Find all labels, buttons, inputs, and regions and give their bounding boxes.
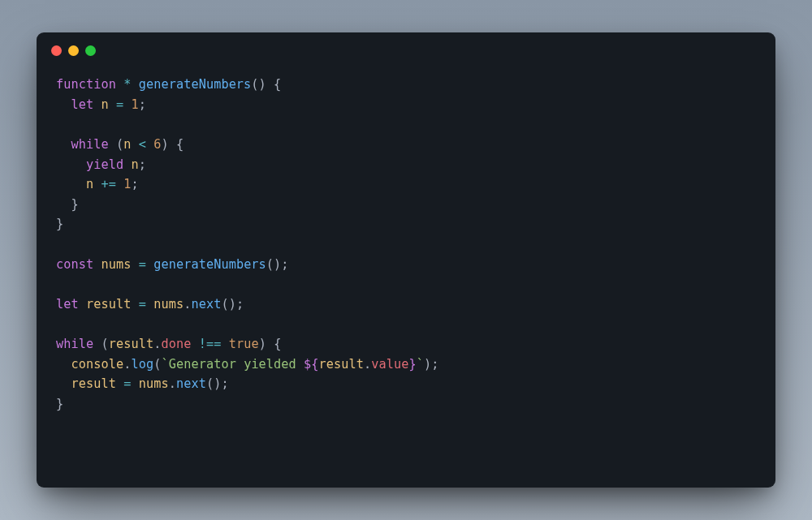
code-token: function (56, 77, 116, 92)
window-titlebar (37, 32, 775, 68)
code-token: ; (139, 97, 146, 112)
code-line: } (56, 214, 756, 234)
code-line (56, 234, 756, 255)
code-token (221, 337, 228, 351)
code-line: const nums = generateNumbers(); (56, 255, 756, 275)
code-token: } (409, 357, 417, 372)
code-token: { (274, 337, 281, 351)
code-token: `Generator yielded (161, 357, 304, 372)
code-line: yield n; (56, 155, 756, 175)
zoom-icon[interactable] (85, 45, 96, 56)
code-token: () (251, 77, 266, 92)
code-token: { (274, 77, 281, 92)
close-icon[interactable] (51, 45, 62, 56)
code-token: . (169, 376, 176, 391)
code-token: ) (161, 137, 176, 152)
code-token: const (56, 257, 93, 272)
code-line: let n = 1; (56, 95, 756, 115)
code-token (56, 376, 71, 391)
code-token: n (131, 157, 138, 172)
code-token: n (86, 177, 93, 191)
code-token (131, 137, 138, 152)
code-token: let (71, 97, 94, 112)
code-token: . (364, 357, 371, 372)
code-token (146, 137, 153, 152)
code-token: (); (266, 257, 289, 272)
code-token (131, 297, 138, 312)
code-token (131, 376, 138, 391)
code-token (146, 257, 153, 272)
code-token: log (131, 357, 153, 372)
code-token: result (109, 337, 153, 351)
code-line: result = nums.next(); (56, 374, 756, 394)
code-token: result (86, 297, 131, 312)
code-token (56, 157, 86, 172)
code-line: function * generateNumbers() { (56, 75, 756, 95)
editor-window: function * generateNumbers() { let n = 1… (37, 32, 775, 488)
code-token: nums (139, 376, 169, 391)
code-token (56, 137, 71, 152)
code-token (131, 77, 138, 92)
code-token: } (56, 217, 63, 231)
code-token (56, 177, 86, 191)
code-token: ${ (304, 357, 319, 372)
code-token: next (176, 376, 206, 391)
code-line: console.log(`Generator yielded ${result.… (56, 355, 756, 375)
code-token: generateNumbers (153, 257, 266, 272)
code-token: ( (93, 337, 109, 351)
code-token (79, 297, 86, 312)
code-token: nums (153, 297, 184, 312)
code-token (116, 177, 123, 191)
code-token: (); (206, 376, 229, 391)
code-line: let result = nums.next(); (56, 294, 756, 315)
code-token (116, 376, 123, 391)
code-token: } (56, 397, 63, 411)
code-token: yield (86, 157, 123, 172)
code-token (56, 97, 71, 112)
code-token: ); (424, 357, 439, 372)
code-line: } (56, 195, 756, 215)
code-token: (); (221, 297, 244, 312)
code-area[interactable]: function * generateNumbers() { let n = 1… (37, 68, 775, 488)
code-line (56, 274, 756, 294)
code-token: = (139, 297, 146, 312)
code-token: } (71, 197, 79, 212)
code-token: generateNumbers (139, 77, 252, 92)
code-token: = (139, 257, 146, 272)
code-token (56, 197, 71, 212)
code-token (56, 357, 71, 372)
code-token: nums (101, 257, 131, 272)
code-token: console (71, 357, 124, 372)
code-line: } (56, 394, 756, 415)
minimize-icon[interactable] (68, 45, 79, 56)
code-line: n += 1; (56, 174, 756, 195)
code-token (109, 97, 116, 112)
code-token (131, 257, 138, 272)
code-line: while (n < 6) { (56, 135, 756, 155)
code-token: !== (199, 337, 222, 351)
code-token: result (71, 376, 116, 391)
code-line (56, 114, 756, 135)
code-token: = (116, 97, 123, 112)
code-token: ; (131, 177, 138, 191)
code-token: done (161, 337, 191, 351)
code-token: value (371, 357, 408, 372)
code-token (146, 297, 153, 312)
code-token: ) (259, 337, 274, 351)
code-token: ; (139, 157, 146, 172)
code-token: n (101, 97, 108, 112)
code-token: while (56, 337, 93, 351)
code-token: { (176, 137, 184, 152)
code-token: while (71, 137, 109, 152)
code-token: ( (109, 137, 124, 152)
code-token: next (191, 297, 221, 312)
code-token (116, 77, 123, 92)
code-line: while (result.done !== true) { (56, 334, 756, 355)
code-line (56, 315, 756, 335)
code-token: 1 (131, 97, 138, 112)
code-token: += (101, 177, 116, 191)
code-token (191, 337, 198, 351)
code-token (266, 77, 274, 92)
code-token: let (56, 297, 79, 312)
code-token: < (139, 137, 146, 152)
